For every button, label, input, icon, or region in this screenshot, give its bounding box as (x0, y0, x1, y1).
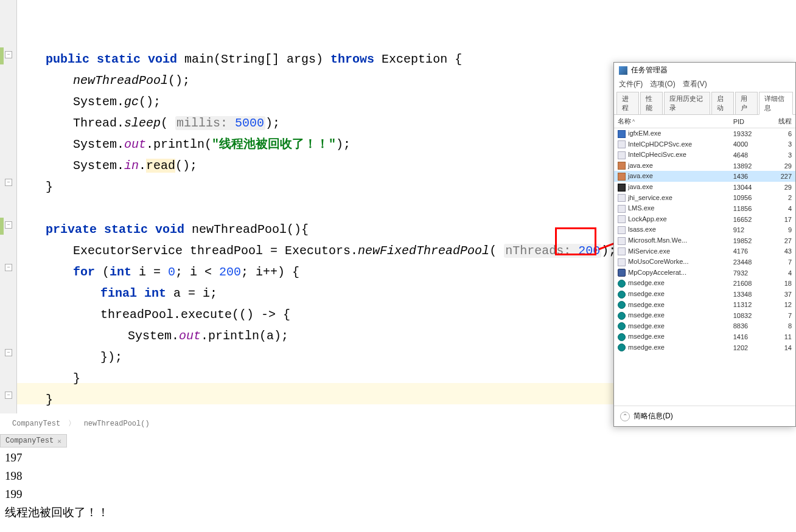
table-row[interactable]: igfxEM.exe193326 (614, 128, 795, 139)
breadcrumb[interactable]: CompanyTest 〉 newThreadPool() (12, 418, 150, 429)
code-line[interactable]: System.out.println("线程池被回收了！！"); (73, 134, 351, 155)
cell-pid: 21608 (730, 278, 766, 289)
table-row[interactable]: java.exe1436227 (614, 171, 795, 182)
code-line[interactable]: } (46, 389, 53, 410)
table-header-row[interactable]: 名称^ PID 线程 (614, 115, 795, 128)
cell-pid: 13892 (730, 161, 766, 171)
tab-history[interactable]: 应用历史记录 (664, 92, 710, 114)
table-row[interactable]: Microsoft.Msn.We...1985227 (614, 235, 795, 246)
cell-threads: 7 (766, 257, 795, 268)
cell-pid: 912 (730, 224, 766, 235)
breadcrumb-item[interactable]: newThreadPool() (84, 420, 150, 428)
table-row[interactable]: jhi_service.exe109562 (614, 193, 795, 204)
col-threads[interactable]: 线程 (766, 115, 795, 128)
cell-name: msedge.exe (614, 310, 730, 321)
table-row[interactable]: msedge.exe108327 (614, 310, 795, 321)
cell-pid: 16652 (730, 214, 766, 225)
code-line[interactable]: for (int i = 0; i < 200; i++) { (73, 261, 299, 283)
table-row[interactable]: msedge.exe88368 (614, 321, 795, 332)
window-title: 任务管理器 (631, 65, 668, 75)
cell-pid: 8836 (730, 321, 766, 332)
fold-toggle-icon[interactable]: − (5, 392, 12, 399)
process-icon (618, 237, 626, 245)
cell-pid: 13044 (730, 182, 766, 193)
menu-options[interactable]: 选项(O) (650, 79, 675, 89)
tab-processes[interactable]: 进程 (616, 92, 639, 114)
task-manager-footer[interactable]: ⌃ 简略信息(D) (614, 406, 795, 426)
process-icon (618, 226, 626, 234)
cell-threads: 7 (766, 310, 795, 321)
cell-name: java.exe (614, 171, 730, 182)
cell-threads: 2 (766, 193, 795, 204)
fold-toggle-icon[interactable]: − (5, 264, 12, 271)
fold-toggle-icon[interactable]: − (5, 221, 12, 229)
breadcrumb-item[interactable]: CompanyTest (12, 420, 60, 428)
table-row[interactable]: java.exe1389229 (614, 161, 795, 171)
cell-pid: 19852 (730, 235, 766, 246)
table-row[interactable]: msedge.exe141611 (614, 331, 795, 342)
table-row[interactable]: IntelCpHDCPSvc.exe40003 (614, 139, 795, 150)
code-line[interactable]: System.in.read(); (73, 155, 197, 176)
table-row[interactable]: msedge.exe120214 (614, 342, 795, 353)
tab-startup[interactable]: 启动 (711, 92, 734, 114)
fold-toggle-icon[interactable]: − (5, 179, 12, 186)
tab-performance[interactable]: 性能 (640, 92, 663, 114)
table-row[interactable]: msedge.exe2160818 (614, 278, 795, 289)
task-manager-window[interactable]: 任务管理器 文件(F) 选项(O) 查看(V) 进程 性能 应用历史记录 启动 … (613, 62, 796, 427)
fold-toggle-icon[interactable]: − (5, 349, 12, 356)
cell-pid: 11312 (730, 300, 766, 311)
console-tab-label: CompanyTest (5, 437, 54, 445)
code-line[interactable]: } (46, 176, 53, 198)
menu-file[interactable]: 文件(F) (619, 79, 643, 89)
cell-name: IntelCpHDCPSvc.exe (614, 139, 730, 150)
cell-threads: 17 (766, 214, 795, 225)
code-line[interactable]: threadPool.execute(() -> { (100, 304, 290, 325)
code-line[interactable]: Thread.sleep( millis: 5000); (73, 112, 280, 134)
code-line[interactable]: final int a = i; (100, 283, 217, 304)
window-titlebar[interactable]: 任务管理器 (614, 63, 795, 78)
cell-name: msedge.exe (614, 331, 730, 342)
chevron-up-icon[interactable]: ⌃ (620, 412, 630, 421)
table-row[interactable]: msedge.exe1334837 (614, 289, 795, 300)
col-name[interactable]: 名称^ (614, 115, 730, 128)
table-row[interactable]: LockApp.exe1665217 (614, 214, 795, 225)
code-line[interactable]: }); (100, 347, 122, 368)
fold-toggle-icon[interactable]: − (5, 51, 12, 58)
code-line[interactable]: System.gc(); (73, 91, 161, 112)
brief-info-link[interactable]: 简略信息(D) (634, 411, 673, 421)
table-row[interactable]: IntelCpHeciSvc.exe46483 (614, 150, 795, 161)
code-line[interactable]: System.out.println(a); (128, 325, 288, 347)
table-row[interactable]: LMS.exe118564 (614, 203, 795, 214)
col-pid[interactable]: PID (730, 115, 766, 128)
tab-details[interactable]: 详细信息 (759, 92, 793, 115)
code-line[interactable]: newThreadPool(); (73, 70, 190, 91)
table-row[interactable]: msedge.exe1131212 (614, 300, 795, 311)
table-row[interactable]: MoUsoCoreWorke...234487 (614, 257, 795, 268)
table-row[interactable]: MpCopyAccelerat...79324 (614, 268, 795, 278)
cell-threads: 27 (766, 235, 795, 246)
cell-name: msedge.exe (614, 289, 730, 300)
process-icon (618, 269, 626, 277)
table-row[interactable]: java.exe1304429 (614, 182, 795, 193)
close-icon[interactable]: ✕ (57, 437, 61, 445)
table-row[interactable]: lsass.exe9129 (614, 224, 795, 235)
console-tab[interactable]: CompanyTest ✕ (0, 434, 67, 447)
console-output[interactable]: 197 198 199 线程池被回收了！！ (5, 449, 109, 522)
process-table[interactable]: 名称^ PID 线程 igfxEM.exe193326IntelCpHDCPSv… (614, 115, 795, 353)
tab-users[interactable]: 用户 (735, 92, 758, 114)
output-line: 198 (5, 467, 109, 485)
menu-view[interactable]: 查看(V) (683, 79, 707, 89)
code-line[interactable]: public static void main(String[] args) t… (46, 49, 462, 70)
menu-bar[interactable]: 文件(F) 选项(O) 查看(V) (614, 78, 795, 92)
code-line[interactable]: } (73, 368, 80, 389)
cell-threads: 11 (766, 331, 795, 342)
table-row[interactable]: MiService.exe417643 (614, 246, 795, 257)
cell-pid: 13348 (730, 289, 766, 300)
process-icon (618, 140, 626, 148)
cell-threads: 29 (766, 182, 795, 193)
tab-bar[interactable]: 进程 性能 应用历史记录 启动 用户 详细信息 (614, 92, 795, 115)
process-icon (618, 151, 626, 159)
process-icon (618, 247, 626, 255)
code-line[interactable]: ExecutorService threadPool = Executors.n… (73, 240, 616, 261)
code-line[interactable]: private static void newThreadPool(){ (46, 219, 309, 240)
